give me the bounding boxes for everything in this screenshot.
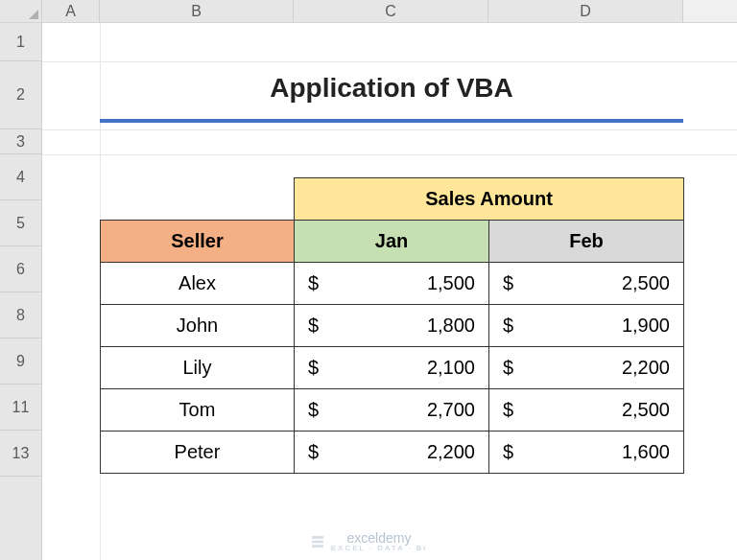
jan-header[interactable]: Jan — [295, 221, 489, 263]
currency-label: $ — [503, 399, 513, 421]
feb-cell[interactable]: $2,500 — [489, 263, 684, 305]
feb-cell[interactable]: $1,600 — [489, 432, 684, 474]
value-label: 1,900 — [622, 315, 670, 337]
value-label: 1,500 — [427, 272, 475, 294]
value-label: 1,800 — [427, 315, 475, 337]
currency-label: $ — [308, 399, 319, 421]
table-row: Peter $2,200 $1,600 — [101, 432, 684, 474]
currency-label: $ — [503, 272, 513, 294]
watermark-tagline: EXCEL · DATA · BI — [331, 545, 428, 552]
currency-label: $ — [308, 441, 319, 463]
exceldemy-logo-icon — [310, 534, 325, 549]
row-header-8[interactable]: 8 — [0, 292, 41, 338]
watermark: exceldemy EXCEL · DATA · BI — [0, 531, 737, 552]
watermark-text: exceldemy EXCEL · DATA · BI — [331, 531, 428, 552]
seller-cell[interactable]: Tom — [101, 389, 295, 432]
table-row: John $1,800 $1,900 — [101, 305, 684, 347]
page-title: Application of VBA — [100, 69, 683, 123]
col-header-d[interactable]: D — [488, 0, 683, 22]
currency-label: $ — [308, 272, 319, 294]
jan-cell[interactable]: $2,100 — [295, 347, 489, 389]
row-header-4[interactable]: 4 — [0, 154, 41, 200]
row-headers: 1 2 3 4 5 6 8 9 11 13 — [0, 23, 42, 560]
table-row: Tom $2,700 $2,500 — [101, 389, 684, 432]
col-header-a[interactable]: A — [42, 0, 100, 22]
sales-table: Sales Amount Seller Jan Feb Alex $1,500 … — [100, 177, 684, 474]
seller-cell[interactable]: Alex — [101, 263, 295, 305]
col-header-b[interactable]: B — [100, 0, 294, 22]
row-header-1[interactable]: 1 — [0, 23, 41, 61]
value-label: 2,500 — [622, 399, 670, 421]
row-header-3[interactable]: 3 — [0, 129, 41, 154]
value-label: 2,200 — [622, 357, 670, 379]
feb-header[interactable]: Feb — [489, 221, 684, 263]
row-header-9[interactable]: 9 — [0, 338, 41, 385]
seller-cell[interactable]: John — [101, 305, 295, 347]
feb-cell[interactable]: $1,900 — [489, 305, 684, 347]
row-header-5[interactable]: 5 — [0, 200, 41, 246]
currency-label: $ — [503, 441, 513, 463]
currency-label: $ — [503, 315, 513, 337]
seller-header[interactable]: Seller — [101, 221, 295, 263]
sales-amount-header[interactable]: Sales Amount — [295, 178, 684, 221]
feb-cell[interactable]: $2,200 — [489, 347, 684, 389]
seller-cell[interactable]: Peter — [101, 432, 295, 474]
row-header-2[interactable]: 2 — [0, 61, 41, 129]
blank-cell[interactable] — [101, 178, 295, 221]
jan-cell[interactable]: $2,200 — [295, 432, 489, 474]
row-header-11[interactable]: 11 — [0, 385, 41, 431]
jan-cell[interactable]: $1,500 — [295, 263, 489, 305]
feb-cell[interactable]: $2,500 — [489, 389, 684, 432]
row-header-13[interactable]: 13 — [0, 431, 41, 477]
value-label: 2,500 — [622, 272, 670, 294]
jan-cell[interactable]: $1,800 — [295, 305, 489, 347]
seller-cell[interactable]: Lily — [101, 347, 295, 389]
value-label: 2,200 — [427, 441, 475, 463]
currency-label: $ — [308, 315, 319, 337]
spreadsheet: A B C D 1 2 3 4 5 6 8 9 11 13 Applicatio… — [0, 0, 737, 560]
select-all-corner[interactable] — [0, 0, 42, 22]
table-row: Alex $1,500 $2,500 — [101, 263, 684, 305]
col-header-c[interactable]: C — [294, 0, 488, 22]
cell-grid[interactable]: Application of VBA Sales Amount Seller J… — [42, 23, 737, 560]
table-row: Lily $2,100 $2,200 — [101, 347, 684, 389]
value-label: 1,600 — [622, 441, 670, 463]
currency-label: $ — [503, 357, 513, 379]
column-headers: A B C D — [0, 0, 737, 23]
jan-cell[interactable]: $2,700 — [295, 389, 489, 432]
currency-label: $ — [308, 357, 319, 379]
value-label: 2,100 — [427, 357, 475, 379]
value-label: 2,700 — [427, 399, 475, 421]
row-header-6[interactable]: 6 — [0, 246, 41, 292]
